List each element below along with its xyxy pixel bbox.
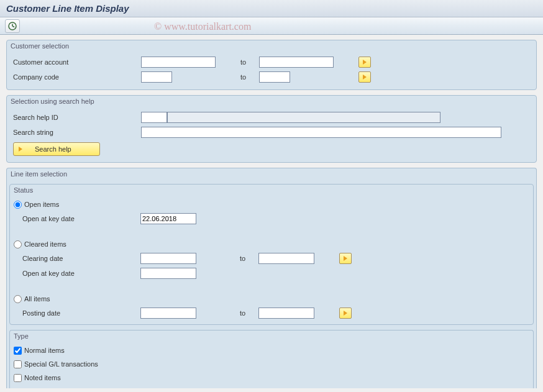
normal-items-checkbox[interactable] <box>14 347 22 355</box>
content-area: Customer selection Customer account to C… <box>0 35 543 392</box>
clearing-date-label: Clearing date <box>10 255 140 262</box>
open-items-label: Open items <box>24 201 59 208</box>
clearing-date-range-button[interactable] <box>339 253 352 264</box>
customer-account-label: Customer account <box>11 58 141 66</box>
posting-date-range-button[interactable] <box>339 308 352 319</box>
cleared-key-date-input[interactable] <box>140 268 196 279</box>
page-title: Customer Line Item Display <box>6 3 129 14</box>
search-help-id-label: Search help ID <box>11 114 141 121</box>
customer-account-from[interactable] <box>141 57 216 68</box>
search-help-button[interactable]: Search help <box>13 142 100 156</box>
open-key-date-row: Open at key date <box>10 211 533 226</box>
search-help-title: Selection using search help <box>7 96 536 109</box>
clearing-date-to[interactable] <box>258 253 314 264</box>
search-help-id-desc <box>167 112 440 123</box>
clearing-date-to-label: to <box>215 255 258 262</box>
cleared-items-label: Cleared items <box>24 240 66 248</box>
open-key-date-input[interactable] <box>140 213 196 224</box>
clearing-date-from[interactable] <box>140 253 196 264</box>
company-code-row: Company code to <box>11 70 532 84</box>
status-title: Status <box>10 185 533 198</box>
svg-line-2 <box>12 26 14 27</box>
customer-account-to[interactable] <box>259 57 334 68</box>
arrow-right-icon <box>363 75 367 80</box>
type-title: Type <box>10 330 533 344</box>
clearing-date-row: Clearing date to <box>10 251 533 266</box>
search-help-id-row: Search help ID <box>11 110 532 125</box>
all-items-radio[interactable] <box>14 295 22 303</box>
search-string-input[interactable] <box>141 127 501 138</box>
customer-selection-group: Customer selection Customer account to C… <box>6 40 537 90</box>
posting-date-from[interactable] <box>140 308 196 319</box>
special-gl-row: Special G/L transactions <box>10 357 533 371</box>
arrow-right-icon <box>344 311 347 316</box>
customer-account-row: Customer account to <box>11 55 532 70</box>
normal-items-label: Normal items <box>24 347 65 354</box>
all-items-row: All items <box>10 292 533 306</box>
type-group: Type Normal items Special G/L transactio… <box>9 330 534 388</box>
open-items-row: Open items <box>10 198 533 211</box>
company-code-to[interactable] <box>259 71 290 83</box>
normal-items-row: Normal items <box>10 344 533 357</box>
customer-selection-title: Customer selection <box>7 40 536 53</box>
arrow-right-icon <box>344 256 347 261</box>
cleared-key-date-label: Open at key date <box>10 270 140 277</box>
customer-account-to-label: to <box>216 58 259 66</box>
arrow-right-icon <box>363 60 367 65</box>
search-string-row: Search string <box>11 125 532 140</box>
company-code-label: Company code <box>11 73 141 81</box>
cleared-items-radio[interactable] <box>14 240 22 248</box>
toolbar: © www.tutorialkart.com <box>0 17 543 35</box>
open-items-radio[interactable] <box>14 201 22 209</box>
clock-execute-icon <box>8 22 17 30</box>
special-gl-checkbox[interactable] <box>14 360 22 368</box>
posting-date-to[interactable] <box>258 308 314 319</box>
execute-button[interactable] <box>5 19 20 33</box>
customer-account-range-button[interactable] <box>358 57 371 68</box>
company-code-to-label: to <box>216 73 259 81</box>
watermark: © www.tutorialkart.com <box>154 21 251 32</box>
noted-items-checkbox[interactable] <box>14 374 22 382</box>
status-group: Status Open items Open at key date Clear… <box>9 184 534 325</box>
cleared-items-row: Cleared items <box>10 237 533 251</box>
search-help-id-input[interactable] <box>141 112 167 123</box>
noted-items-label: Noted items <box>24 374 61 381</box>
posting-date-row: Posting date to <box>10 306 533 321</box>
posting-date-label: Posting date <box>10 309 140 317</box>
line-item-selection-group: Line item selection Status Open items Op… <box>6 168 537 388</box>
cleared-key-date-row: Open at key date <box>10 266 533 281</box>
all-items-label: All items <box>24 295 50 303</box>
line-item-selection-title: Line item selection <box>7 168 536 181</box>
company-code-from[interactable] <box>141 71 172 83</box>
search-help-group: Selection using search help Search help … <box>6 95 537 163</box>
arrow-right-icon <box>19 147 22 152</box>
special-gl-label: Special G/L transactions <box>24 360 98 368</box>
title-bar: Customer Line Item Display <box>0 0 543 17</box>
posting-date-to-label: to <box>215 309 258 317</box>
noted-items-row: Noted items <box>10 371 533 385</box>
open-key-date-label: Open at key date <box>10 215 140 222</box>
search-help-button-label: Search help <box>35 145 71 153</box>
search-string-label: Search string <box>11 129 141 136</box>
company-code-range-button[interactable] <box>358 71 371 83</box>
